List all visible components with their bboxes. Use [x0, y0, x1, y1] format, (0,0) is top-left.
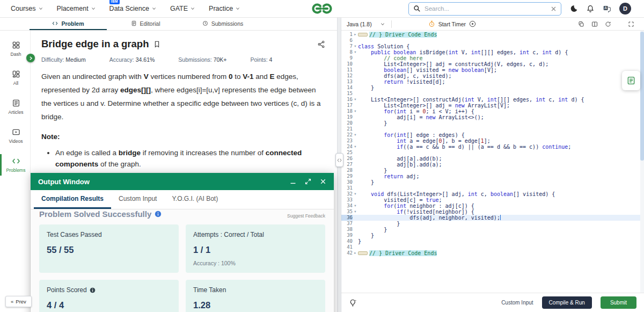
sidebar-item-dash[interactable]: Dash	[0, 38, 30, 60]
expand-panel-button[interactable]	[26, 54, 35, 62]
line-number[interactable]: 9	[341, 55, 353, 61]
line-number[interactable]: 41	[341, 244, 353, 250]
line-number[interactable]: 10	[341, 61, 353, 67]
line-number[interactable]: 34	[341, 203, 353, 209]
line-number[interactable]: 21	[341, 126, 353, 132]
fold-toggle-icon[interactable]: ▸	[353, 250, 358, 256]
line-number[interactable]: 14	[341, 85, 353, 91]
line-number[interactable]: 6	[341, 38, 353, 43]
suggest-feedback-link[interactable]: Suggest Feedback	[287, 213, 325, 219]
notifications-bell-icon[interactable]	[586, 4, 595, 13]
output-tab-y-o-g-i-ai-bot-[interactable]: Y.O.G.I. (AI Bot)	[164, 190, 225, 209]
code-line[interactable]: 24▾ if((a == c && b == d) || (a == d && …	[341, 144, 644, 150]
custom-input-link[interactable]: Custom Input	[501, 300, 533, 306]
nav-item-practice[interactable]: Practice	[209, 5, 240, 12]
line-number[interactable]: 11	[341, 67, 353, 73]
bookmark-icon[interactable]	[153, 40, 161, 48]
code-line[interactable]: 22▾ for(int[] edge : edges) {	[341, 132, 644, 138]
gfg-logo[interactable]	[310, 3, 334, 14]
code-line[interactable]: 25	[341, 150, 644, 156]
fold-toggle-icon[interactable]: ▾	[353, 209, 358, 215]
line-number[interactable]: 8	[341, 49, 353, 55]
tab-editorial[interactable]: Editorial	[107, 18, 184, 30]
code-line[interactable]: 23 int a = edge[0], b = edge[1];	[341, 138, 644, 144]
maximize-icon[interactable]	[305, 178, 311, 185]
code-line[interactable]: 1▸// } Driver Code Ends	[341, 32, 644, 38]
nav-item-data-science[interactable]: IBMData Science	[109, 5, 156, 12]
fold-toggle-icon[interactable]: ▾	[353, 108, 358, 114]
line-number[interactable]: 1	[341, 32, 353, 38]
line-number[interactable]: 31	[341, 185, 353, 191]
code-line[interactable]: 31	[341, 185, 644, 191]
tab-problem[interactable]: Problem	[30, 18, 107, 30]
nav-item-placement[interactable]: Placement	[57, 5, 96, 12]
sidebar-item-all[interactable]: All	[0, 67, 30, 89]
fold-toggle-icon[interactable]: ▾	[353, 144, 358, 150]
editor-scrollbar[interactable]	[640, 31, 644, 293]
code-line[interactable]: 30 }	[341, 179, 644, 185]
line-number[interactable]: 40	[341, 238, 353, 244]
line-number[interactable]: 23	[341, 138, 353, 144]
code-line[interactable]: 34▾ for(int neighbor : adj[c]) {	[341, 203, 644, 209]
fold-toggle-icon[interactable]: ▾	[353, 191, 358, 197]
code-line[interactable]: 14 }	[341, 85, 644, 91]
code-line[interactable]: 16▾ List<Integer>[] constructAdj(int V, …	[341, 97, 644, 103]
share-icon[interactable]	[317, 40, 325, 48]
code-line[interactable]: 40}	[341, 238, 644, 244]
line-number[interactable]: 29	[341, 173, 353, 179]
line-number[interactable]: 33	[341, 197, 353, 203]
code-line[interactable]: 12 dfs(adj, c, visited);	[341, 73, 644, 79]
split-view-icon[interactable]	[591, 21, 598, 27]
scrollbar-thumb[interactable]	[640, 32, 644, 161]
code-line[interactable]: 18▾ for(int i = 0; i < V; i++) {	[341, 108, 644, 114]
folded-code-chip[interactable]	[358, 251, 368, 255]
line-number[interactable]: 32	[341, 191, 353, 197]
line-number[interactable]: 39	[341, 233, 353, 238]
code-line[interactable]: 21	[341, 126, 644, 132]
code-line[interactable]: 13 return !visited[d];	[341, 79, 644, 85]
code-line[interactable]: 32▾ void dfs(List<Integer>[] adj, int c,…	[341, 191, 644, 197]
theme-toggle-moon-icon[interactable]	[569, 4, 578, 13]
code-line[interactable]: 39 }	[341, 233, 644, 238]
fold-toggle-icon[interactable]: ▾	[353, 43, 358, 49]
language-selector[interactable]: Java (1.8)	[347, 21, 385, 27]
code-line[interactable]: 33 visited[c] = true;	[341, 197, 644, 203]
line-number[interactable]: 19	[341, 114, 353, 120]
fold-toggle-icon[interactable]: ▾	[353, 203, 358, 209]
line-number[interactable]: 18	[341, 108, 353, 114]
line-number[interactable]: 24	[341, 144, 353, 150]
code-line[interactable]: 11 boolean[] visited = new boolean[V];	[341, 67, 644, 73]
prev-problem-button[interactable]: « Prev	[5, 296, 32, 307]
start-timer-button[interactable]: Start Timer	[428, 20, 476, 27]
fold-toggle-icon[interactable]: ▾	[353, 97, 358, 103]
line-number[interactable]: 36	[341, 215, 353, 221]
search-input[interactable]	[425, 5, 547, 12]
line-number[interactable]: 17	[341, 103, 353, 108]
fold-toggle-icon[interactable]: ▸	[353, 32, 358, 38]
code-line[interactable]: 41	[341, 244, 644, 250]
fullscreen-icon[interactable]	[628, 21, 634, 27]
sidebar-item-videos[interactable]: Videos	[0, 125, 30, 147]
output-tab-compilation-results[interactable]: Compilation Results	[34, 190, 111, 209]
code-line[interactable]: 20 }	[341, 120, 644, 126]
output-tab-custom-input[interactable]: Custom Input	[111, 190, 164, 209]
code-line[interactable]: 19 adj[i] = new ArrayList<>();	[341, 114, 644, 120]
panel-divider[interactable]	[337, 18, 341, 312]
divider-drag-handle[interactable]	[335, 153, 343, 167]
code-line[interactable]: 27 adj[b].add(a);	[341, 162, 644, 168]
submit-button[interactable]: Submit	[601, 296, 636, 309]
minimize-icon[interactable]	[290, 178, 296, 185]
line-number[interactable]: 15	[341, 91, 353, 97]
compile-run-button[interactable]: Compile & Run	[542, 296, 592, 309]
reset-code-icon[interactable]	[605, 21, 611, 27]
code-line[interactable]: 42▸// } Driver Code Ends	[341, 250, 644, 256]
code-line[interactable]: 6	[341, 38, 644, 43]
sidebar-item-problems[interactable]: Problems	[0, 154, 30, 176]
code-line[interactable]: 36 dfs(adj, neighbor, visited);	[341, 215, 644, 221]
code-line[interactable]: 9 // code here	[341, 55, 644, 61]
line-number[interactable]: 28	[341, 168, 353, 173]
line-number[interactable]: 12	[341, 73, 353, 79]
line-number[interactable]: 16	[341, 97, 353, 103]
code-line[interactable]: 15	[341, 91, 644, 97]
code-line[interactable]: 26 adj[a].add(b);	[341, 156, 644, 162]
